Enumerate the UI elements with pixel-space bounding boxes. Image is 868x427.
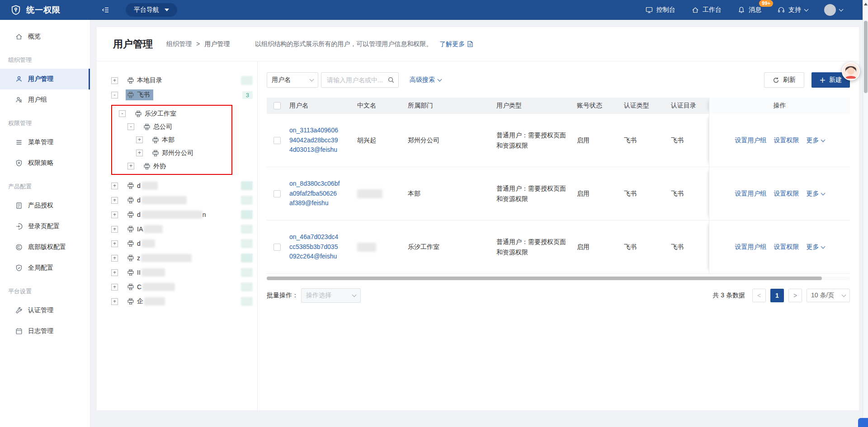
tree-node-label: z <box>137 254 140 262</box>
set-user-group-link[interactable]: 设置用户组 <box>735 136 767 145</box>
sidebar-item-login-page-config[interactable]: 登录页配置 <box>0 216 90 237</box>
tree-node-body[interactable]: d <box>126 180 161 191</box>
tree-node-body[interactable]: z <box>126 253 195 263</box>
sidebar-item-permission-policy[interactable]: 权限策略 <box>0 153 90 174</box>
tree-expand-toggle[interactable]: + <box>136 136 143 143</box>
horizontal-scrollbar-thumb[interactable] <box>267 277 822 280</box>
cell-auth-type: 飞书 <box>622 167 669 220</box>
tree-node-body[interactable]: IA <box>126 224 166 235</box>
vertical-scrollbar[interactable] <box>863 0 868 427</box>
more-label: 更多 <box>807 136 819 145</box>
vertical-scrollbar-thumb[interactable] <box>864 21 868 93</box>
search-icon[interactable] <box>387 76 395 84</box>
page-size-select[interactable]: 10 条/页 <box>807 289 850 302</box>
tree-expand-toggle[interactable]: + <box>111 269 118 276</box>
corner-widget[interactable] <box>858 418 868 427</box>
sidebar-item-footer-copyright-config[interactable]: 底部版权配置 <box>0 237 90 258</box>
tree-expand-toggle[interactable]: + <box>127 163 134 169</box>
user-table: 用户名 中文名 所属部门 用户类型 账号状态 认证类型 认证目录 操作 <box>267 98 850 274</box>
select-all-checkbox[interactable] <box>274 102 281 109</box>
tree-node-body[interactable]: II <box>126 267 169 278</box>
tree-node-body[interactable]: 本部 <box>151 135 178 145</box>
search-input[interactable] <box>326 76 387 84</box>
set-permission-link[interactable]: 设置权限 <box>774 136 799 145</box>
sidebar-section-label: 平台设置 <box>8 287 32 296</box>
tree-node-body[interactable]: 企 <box>126 296 169 307</box>
batch-operation-select[interactable]: 操作选择 <box>301 288 361 303</box>
tree-expand-toggle[interactable]: + <box>111 183 118 189</box>
prev-page-button[interactable]: < <box>752 289 766 302</box>
current-page-button[interactable]: 1 <box>770 289 784 302</box>
set-user-group-link[interactable]: 设置用户组 <box>735 190 767 198</box>
tree-node-label: 本地目录 <box>137 76 162 84</box>
tree-expand-toggle[interactable]: + <box>111 226 118 233</box>
scroll-up-arrow-icon[interactable] <box>864 3 868 5</box>
tree-node-body[interactable]: 外协 <box>142 161 170 172</box>
row-checkbox[interactable] <box>274 244 281 251</box>
refresh-button[interactable]: 刷新 <box>764 72 804 88</box>
learn-more-link[interactable]: 了解更多 <box>439 40 473 48</box>
tree-node-body[interactable]: 郑州分公司 <box>151 148 197 159</box>
tree-node-body[interactable]: d <box>126 238 159 249</box>
tree-node-body[interactable]: 本地目录 <box>126 75 166 86</box>
tree-node-body[interactable]: 总公司 <box>142 122 176 132</box>
console-link[interactable]: 控制台 <box>646 6 675 14</box>
messages-link[interactable]: 消息 99+ <box>738 6 761 14</box>
org-icon <box>144 163 150 169</box>
tree-collapse-toggle[interactable]: - <box>119 110 126 117</box>
sidebar-item-auth-management[interactable]: 认证管理 <box>0 300 90 321</box>
row-checkbox[interactable] <box>274 137 281 144</box>
set-permission-link[interactable]: 设置权限 <box>774 243 799 251</box>
menu-fold-icon[interactable] <box>101 6 109 14</box>
redacted-text <box>142 182 158 190</box>
tree-node-body[interactable]: 飞书 <box>126 89 153 100</box>
org-icon <box>127 298 134 305</box>
tree-expand-toggle[interactable]: + <box>111 77 118 84</box>
platform-nav-dropdown[interactable]: 平台导航 <box>126 3 177 17</box>
sidebar-item-user-management[interactable]: 用户管理 <box>0 69 90 89</box>
more-dropdown[interactable]: 更多 <box>807 243 825 251</box>
tree-node-body[interactable]: d n <box>126 209 210 220</box>
sidebar-item-global-config[interactable]: 全局配置 <box>0 258 90 278</box>
org-icon <box>127 240 134 247</box>
tree-expand-toggle[interactable]: + <box>111 211 118 218</box>
assistant-avatar-widget[interactable] <box>842 62 860 80</box>
sidebar-item-product-authorization[interactable]: 产品授权 <box>0 195 90 216</box>
tree-collapse-toggle[interactable]: - <box>127 123 134 130</box>
username-link[interactable]: on_8d380c3c06bfa09faf2fba50626af389@feis… <box>289 179 340 208</box>
sidebar-item-user-groups[interactable]: 用户组 <box>0 89 90 110</box>
username-link[interactable]: on_3113a40960694042ad28bcc394d03013@feis… <box>289 126 340 155</box>
username-link[interactable]: on_46a7d023dc4cc5385b3b7d035092c264@feis… <box>289 232 340 262</box>
table-footer: 批量操作： 操作选择 共 3 条数据 < 1 > 10 条/页 <box>267 287 850 304</box>
set-permission-link[interactable]: 设置权限 <box>774 190 799 198</box>
more-dropdown[interactable]: 更多 <box>807 190 825 198</box>
tree-expand-toggle[interactable]: + <box>111 197 118 204</box>
more-dropdown[interactable]: 更多 <box>807 136 825 145</box>
tree-expand-toggle[interactable]: + <box>111 240 118 247</box>
chevron-down-icon <box>352 293 357 297</box>
sidebar-item-menu-management[interactable]: 菜单管理 <box>0 132 90 153</box>
messages-label: 消息 <box>749 6 761 14</box>
row-checkbox[interactable] <box>274 190 281 197</box>
set-user-group-link[interactable]: 设置用户组 <box>735 243 767 251</box>
breadcrumb-parent[interactable]: 组织管理 <box>166 40 192 48</box>
tree-collapse-toggle[interactable]: - <box>111 92 118 99</box>
sidebar-item-overview[interactable]: 概览 <box>0 26 90 47</box>
tree-node-body[interactable]: 乐汐工作室 <box>133 108 180 119</box>
tree-node-body[interactable]: C <box>126 282 179 292</box>
sidebar-item-log-management[interactable]: 日志管理 <box>0 321 90 342</box>
filter-field-select[interactable]: 用户名 <box>267 72 318 88</box>
next-page-button[interactable]: > <box>788 289 802 302</box>
support-dropdown[interactable]: 支持 <box>778 6 808 14</box>
workbench-link[interactable]: 工作台 <box>692 6 722 14</box>
tree-expand-toggle[interactable]: + <box>111 284 118 291</box>
tree-expand-toggle[interactable]: + <box>136 150 143 156</box>
tree-expand-toggle[interactable]: + <box>111 298 118 305</box>
cell-department: 郑州分公司 <box>406 114 495 167</box>
user-menu[interactable] <box>824 4 843 16</box>
tree-expand-toggle[interactable]: + <box>111 255 118 262</box>
tree-node-body[interactable]: d <box>126 195 190 206</box>
advanced-search-toggle[interactable]: 高级搜索 <box>410 76 441 84</box>
create-label: 新建 <box>829 76 842 84</box>
table-header-row: 用户名 中文名 所属部门 用户类型 账号状态 认证类型 认证目录 操作 <box>267 98 850 114</box>
